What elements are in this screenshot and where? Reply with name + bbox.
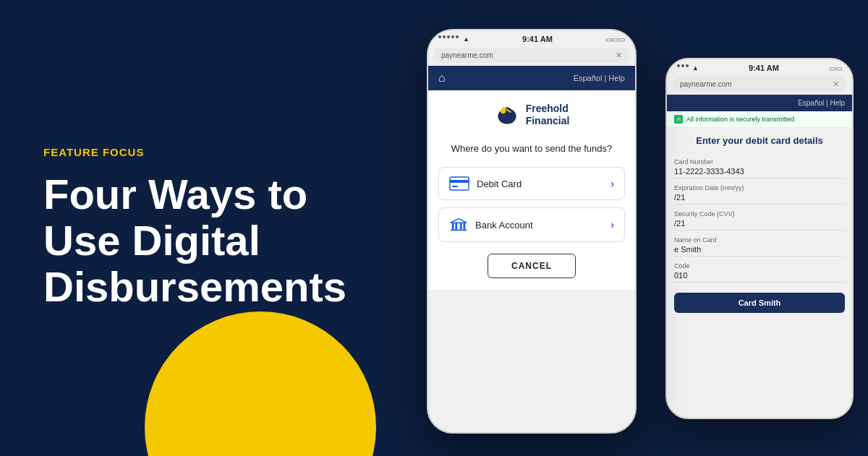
svg-rect-7: [452, 186, 458, 187]
phone2-time: 9:41 AM: [749, 64, 779, 72]
dot4: [451, 35, 454, 38]
left-section: FEATURE FOCUS Four Ways to Use Digital D…: [0, 0, 420, 456]
expiration-value[interactable]: /21: [674, 193, 845, 205]
feature-focus-label: FEATURE FOCUS: [43, 146, 376, 158]
wifi-icon: ▲: [463, 35, 469, 43]
close-icon[interactable]: ✕: [616, 51, 622, 60]
phone2-close-icon[interactable]: ✕: [833, 79, 839, 89]
dot1: [438, 35, 441, 38]
name-label: Name on Card: [674, 236, 845, 244]
debit-card-icon: [449, 176, 469, 191]
phone2-url-text: paynearme.com: [680, 80, 732, 88]
phone-dots: ▲: [438, 35, 469, 43]
main-heading: Four Ways to Use Digital Disbursements: [43, 171, 376, 309]
dot1b: [677, 64, 680, 67]
cvv-value[interactable]: /21: [674, 219, 845, 231]
name-value[interactable]: e Smith: [674, 245, 845, 257]
cvv-field: Security Code (CVV) /21: [674, 210, 845, 231]
bank-account-option[interactable]: Bank Account ›: [438, 207, 625, 242]
code-label: Code: [674, 262, 845, 270]
debit-card-option[interactable]: Debit Card ›: [438, 167, 625, 200]
phone-nav: ⌂ Español | Help: [428, 66, 635, 90]
svg-rect-10: [455, 223, 457, 229]
dot3b: [686, 64, 689, 67]
yellow-circle-decoration: [145, 311, 376, 456]
code-value[interactable]: 010: [674, 271, 845, 283]
phone-back: ▲ 9:41 AM ▭▭ paynearme.com ✕ Español | H…: [665, 58, 854, 419]
svg-rect-13: [451, 230, 467, 231]
name-on-card-field: Name on Card e Smith: [674, 236, 845, 257]
bank-account-label: Bank Account: [475, 220, 533, 231]
svg-marker-8: [451, 219, 467, 223]
expiration-field: Expiration Date (mm/yy) /21: [674, 184, 845, 205]
dot2b: [681, 64, 684, 67]
logo-text: Freehold Financial: [526, 103, 570, 127]
card-number-label: Card Number: [674, 158, 845, 165]
svg-rect-9: [452, 223, 454, 229]
bank-chevron-icon: ›: [610, 219, 614, 231]
home-icon[interactable]: ⌂: [438, 72, 446, 85]
bank-option-left: Bank Account: [449, 217, 533, 233]
bank-icon: [449, 217, 468, 233]
phone2-status-bar: ▲ 9:41 AM ▭▭: [667, 59, 852, 77]
phone2-dots: ▲: [677, 64, 699, 72]
debit-card-label: Debit Card: [477, 178, 522, 189]
svg-rect-11: [460, 223, 462, 229]
right-section: ▲ 9:41 AM ▭▭▭ paynearme.com ✕ ⌂ Español …: [391, 0, 868, 456]
secure-text: All information is securely transmitted: [686, 116, 794, 123]
phone-front: ▲ 9:41 AM ▭▭▭ paynearme.com ✕ ⌂ Español …: [427, 29, 637, 434]
cvv-label: Security Code (CVV): [674, 210, 845, 218]
logo-area: Freehold Financial: [438, 102, 625, 135]
dot3: [447, 35, 450, 38]
card-smith-button[interactable]: Card Smith: [674, 293, 845, 313]
freehold-logo-icon: [494, 102, 520, 128]
card-details-title: Enter your debit card details: [667, 128, 852, 152]
wifi-icon2: ▲: [692, 64, 699, 72]
debit-form: Card Number 11-2222-3333-4343 Expiration…: [667, 152, 852, 319]
url-text: paynearme.com: [441, 51, 493, 59]
url-bar[interactable]: paynearme.com ✕: [434, 48, 629, 63]
nav-links[interactable]: Español | Help: [574, 74, 625, 82]
debit-option-left: Debit Card: [449, 176, 522, 191]
code-field: Code 010: [674, 262, 845, 283]
expiration-label: Expiration Date (mm/yy): [674, 184, 845, 192]
cancel-button[interactable]: CANCEL: [488, 254, 576, 278]
svg-rect-5: [450, 177, 469, 190]
debit-chevron-icon: ›: [610, 178, 614, 189]
funds-question: Where do you want to send the funds?: [438, 142, 625, 155]
phone2-signal: ▭▭: [829, 64, 842, 72]
phone-signal: ▭▭▭: [605, 35, 625, 43]
phone-status-bar: ▲ 9:41 AM ▭▭▭: [428, 30, 635, 48]
lock-icon: 🔒: [674, 115, 683, 124]
card-number-field: Card Number 11-2222-3333-4343: [674, 158, 845, 178]
secure-banner: 🔒 All information is securely transmitte…: [667, 111, 852, 128]
phone-time: 9:41 AM: [522, 35, 553, 43]
phone2-nav: Español | Help: [667, 95, 852, 111]
dot2: [443, 35, 446, 38]
dot5: [456, 35, 459, 38]
phone2-nav-links[interactable]: Español | Help: [798, 99, 845, 107]
phone2-url-bar[interactable]: paynearme.com ✕: [673, 77, 846, 92]
phone-content: Freehold Financial Where do you want to …: [428, 90, 635, 290]
svg-rect-12: [464, 223, 466, 229]
svg-rect-6: [450, 180, 469, 183]
card-number-value[interactable]: 11-2222-3333-4343: [674, 167, 845, 178]
